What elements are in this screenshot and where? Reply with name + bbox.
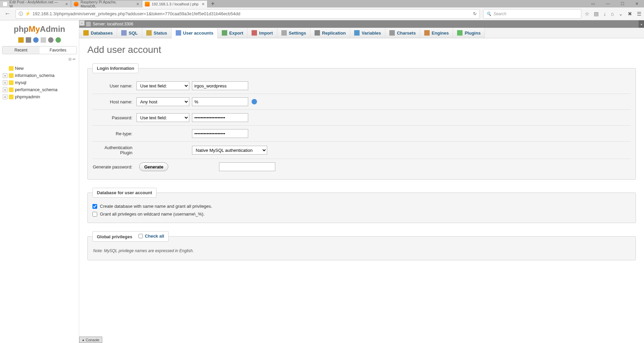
tree-collapse-controls[interactable]: ⊟ ⇔	[0, 56, 79, 63]
password-row: Password: Use text field:	[92, 110, 631, 126]
sql-docs-icon[interactable]	[41, 37, 46, 43]
reload-icon[interactable]: ↻	[473, 11, 477, 16]
home-icon[interactable]	[18, 37, 24, 43]
check-all-checkbox[interactable]	[138, 234, 143, 238]
tab-label: Export	[229, 31, 243, 36]
auth-plugin-select[interactable]: Native MySQL authentication	[192, 146, 267, 155]
tab-replication[interactable]: Replication	[310, 28, 350, 38]
sidebar-quick-icons	[0, 35, 79, 45]
close-icon[interactable]: ×	[136, 1, 139, 7]
pma-logo[interactable]: phpMyAdmin	[0, 23, 79, 35]
logout-icon[interactable]	[26, 37, 31, 43]
close-icon[interactable]: ×	[65, 1, 68, 7]
tab-label: User accounts	[183, 31, 214, 36]
username-type-select[interactable]: Use text field:	[136, 81, 189, 90]
tab-sql[interactable]: SQL	[117, 28, 142, 38]
sidebar-collapse-button[interactable]: ←	[79, 20, 85, 26]
recent-favorites-tabs: Recent Favorites	[2, 46, 77, 54]
tab-label: SQL	[129, 31, 138, 36]
maximize-icon[interactable]: ☐	[619, 1, 626, 7]
database-item[interactable]: + performance_schema	[1, 86, 78, 93]
retype-label: Re-type:	[92, 131, 136, 136]
password-input[interactable]	[192, 113, 248, 122]
tab-label: Status	[154, 31, 167, 36]
generate-button[interactable]: Generate	[139, 162, 168, 171]
genpw-label: Generate password:	[92, 164, 136, 169]
close-icon[interactable]: ×	[202, 1, 205, 7]
back-button[interactable]: ←	[3, 9, 12, 19]
url-input[interactable]: ⓘ ⚡ 192.168.1.3/phpmyadmin/server_privil…	[16, 9, 480, 19]
pocket-icon[interactable]: ⌄	[619, 11, 623, 17]
browser-tab[interactable]: Raspberry Pi Apache, MariaDB, ×	[71, 1, 142, 7]
tab-charsets[interactable]: Charsets	[385, 28, 420, 38]
expand-icon[interactable]: +	[3, 73, 7, 78]
grant-wildcard-check-row[interactable]: Grant all privileges on wildcard name (u…	[92, 210, 631, 218]
database-tree: New + information_schema + mysql + perfo…	[0, 63, 79, 102]
favorites-tab[interactable]: Favorites	[40, 46, 77, 54]
generated-password-input[interactable]	[219, 162, 275, 171]
bookmark-icon[interactable]: ☆	[585, 11, 589, 17]
help-icon[interactable]	[252, 99, 257, 104]
retype-input[interactable]	[192, 129, 248, 138]
info-icon[interactable]: ⓘ	[19, 11, 23, 17]
new-tab-button[interactable]: +	[208, 0, 218, 7]
server-breadcrumb[interactable]: Server: localhost:3306 ▴	[79, 20, 644, 28]
auth-label: Authentication Plugin	[92, 145, 136, 155]
tab-title: Raspberry Pi Apache, MariaDB,	[81, 0, 133, 8]
minimize-icon[interactable]: —	[604, 1, 612, 7]
toolbar-icons: ☆ ▤ ↓ ⌂ ⌄ ✖ ☰	[585, 11, 641, 17]
check-all-link[interactable]: Check all	[145, 234, 164, 239]
tools-icon[interactable]: ✖	[628, 11, 632, 17]
tab-databases[interactable]: Databases	[79, 28, 117, 38]
panel-handle[interactable]: ▴	[639, 20, 644, 28]
expand-icon[interactable]: +	[3, 87, 7, 92]
login-legend: Login Information	[92, 63, 138, 73]
library-icon[interactable]: ▤	[594, 11, 599, 17]
user-accounts-icon	[176, 30, 181, 36]
home-icon[interactable]: ⌂	[611, 11, 614, 17]
tab-settings[interactable]: Settings	[277, 28, 310, 38]
database-icon	[9, 80, 14, 85]
docs-icon[interactable]	[33, 37, 39, 43]
database-item[interactable]: + mysql	[1, 79, 78, 86]
grant-wildcard-checkbox[interactable]	[92, 212, 97, 217]
tab-label: Replication	[322, 31, 346, 36]
recent-tab[interactable]: Recent	[2, 46, 40, 54]
password-type-select[interactable]: Use text field:	[136, 113, 189, 122]
expand-icon[interactable]: +	[3, 80, 7, 85]
tab-variables[interactable]: Variables	[350, 28, 385, 38]
close-window-icon[interactable]: ✕	[633, 1, 641, 7]
console-tab[interactable]: ▴ Console	[79, 337, 102, 343]
tab-status[interactable]: Status	[142, 28, 172, 38]
create-db-checkbox[interactable]	[92, 204, 97, 209]
tab-engines[interactable]: Engines	[420, 28, 453, 38]
tab-import[interactable]: Import	[248, 28, 277, 38]
search-input[interactable]: 🔍 Search	[483, 9, 581, 19]
databases-icon	[83, 30, 89, 36]
expand-icon[interactable]: +	[3, 95, 7, 99]
browser-tab[interactable]: Edit Post ‹ AndyMelton.net — W ×	[0, 1, 71, 7]
hostname-input[interactable]	[192, 97, 248, 106]
create-db-check-row[interactable]: Create database with same name and grant…	[92, 202, 631, 210]
download-icon[interactable]: ↓	[603, 11, 606, 17]
new-database-link[interactable]: New	[1, 65, 78, 72]
settings-icon[interactable]	[48, 37, 53, 43]
database-item[interactable]: + phpmyadmin	[1, 93, 78, 100]
tab-plugins[interactable]: Plugins	[453, 28, 485, 38]
import-icon	[252, 30, 257, 36]
database-item[interactable]: + information_schema	[1, 72, 78, 79]
tab-export[interactable]: Export	[218, 28, 248, 38]
hostname-type-select[interactable]: Any host	[136, 97, 189, 106]
reload-icon[interactable]	[56, 37, 61, 43]
browser-tab-active[interactable]: 192.168.1.3 / localhost | php ×	[142, 1, 208, 7]
global-legend: Global privileges Check all	[92, 231, 169, 242]
username-input[interactable]	[192, 81, 248, 90]
tab-label: Plugins	[465, 31, 480, 36]
favicon-icon	[74, 2, 79, 6]
menu-icon[interactable]: ☰	[637, 11, 641, 17]
auth-plugin-row: Authentication Plugin Native MySQL authe…	[92, 142, 631, 159]
reader-icon[interactable]: ▭	[589, 1, 597, 7]
tab-user-accounts[interactable]: User accounts	[172, 28, 218, 38]
favicon-icon	[3, 2, 7, 6]
browser-tab-strip: Edit Post ‹ AndyMelton.net — W × Raspber…	[0, 0, 644, 7]
